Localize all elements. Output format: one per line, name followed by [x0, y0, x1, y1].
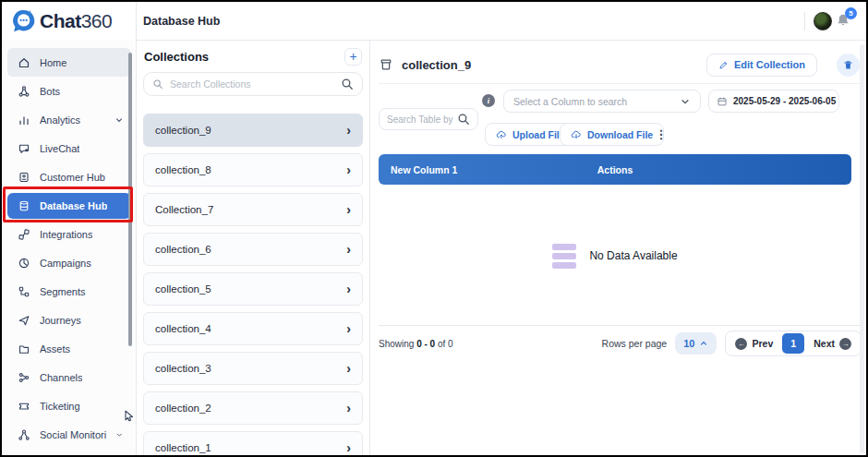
- showing-summary: Showing 0 - 0 of 0: [379, 339, 453, 349]
- sidebar-item-label: Database Hub: [40, 200, 107, 211]
- chevron-right-icon: ›: [346, 283, 351, 295]
- sidebar-item-label: Ticketing: [40, 401, 80, 412]
- journeys-icon: [18, 314, 30, 327]
- sidebar-item-label: Segments: [40, 286, 86, 297]
- chevron-right-icon: ›: [346, 124, 351, 137]
- collection-list-item[interactable]: Collection_7 ›: [143, 193, 363, 226]
- sidebar-item-ticketing[interactable]: Ticketing: [7, 391, 131, 420]
- customer-hub-icon: [18, 171, 30, 184]
- download-file-label: Download File: [587, 129, 653, 140]
- table-search[interactable]: [379, 108, 478, 130]
- more-options-kebab-icon[interactable]: ⋮: [653, 123, 669, 146]
- sidebar-item-label: Bots: [40, 86, 60, 97]
- showing-range: 0 - 0: [416, 339, 435, 349]
- collection-list-item[interactable]: collection_1 ›: [143, 431, 363, 457]
- sidebar-item-label: Journeys: [40, 315, 81, 326]
- empty-state: No Data Available: [379, 223, 851, 288]
- sidebar-item-home[interactable]: Home: [7, 48, 131, 77]
- collection-list-item[interactable]: collection_8 ›: [143, 153, 363, 186]
- notification-badge[interactable]: 5: [845, 7, 857, 19]
- chevron-right-icon: ›: [346, 441, 351, 454]
- home-icon: [18, 56, 30, 69]
- search-icon[interactable]: [457, 113, 470, 126]
- column-search-select[interactable]: Select a Column to search: [503, 90, 701, 113]
- chevron-down-icon: [115, 430, 124, 439]
- pager: ← Prev 1 Next →: [725, 331, 862, 356]
- collection-title: collection_9: [402, 58, 471, 72]
- date-range-picker[interactable]: 2025-05-29 - 2025-06-05: [708, 90, 839, 113]
- chevron-right-icon: ›: [346, 402, 351, 415]
- rows-per-page-value: 10: [683, 338, 694, 349]
- sidebar-item-label: Social Monitoring: [40, 429, 106, 440]
- page-title: Database Hub: [143, 15, 220, 28]
- search-icon[interactable]: [341, 78, 354, 90]
- sidebar-item-integrations[interactable]: Integrations: [7, 220, 131, 248]
- sidebar-item-label: Assets: [40, 343, 70, 355]
- collections-search-input[interactable]: [170, 78, 334, 90]
- prev-page-button[interactable]: ← Prev: [726, 331, 782, 355]
- collection-name: collection_4: [155, 323, 211, 334]
- upload-file-label: Upload File: [512, 129, 565, 140]
- sidebar-scrollbar[interactable]: [128, 53, 132, 346]
- add-collection-button[interactable]: +: [344, 48, 362, 66]
- next-page-button[interactable]: Next →: [804, 331, 861, 355]
- chevron-right-icon: ›: [346, 163, 351, 176]
- collections-search[interactable]: [143, 72, 363, 96]
- edit-collection-button[interactable]: Edit Collection: [706, 54, 817, 77]
- sidebar-item-label: LiveChat: [40, 143, 79, 154]
- sidebar-item-campaigns[interactable]: Campaigns: [7, 248, 131, 277]
- rows-per-page-select[interactable]: 10: [675, 332, 717, 355]
- table-header: New Column 1 Actions: [379, 154, 851, 185]
- campaigns-icon: [18, 257, 30, 270]
- cloud-upload-icon: [496, 129, 507, 140]
- collection-list-item[interactable]: collection_3 ›: [143, 352, 363, 385]
- empty-rows-icon: [552, 244, 576, 269]
- user-avatar[interactable]: [814, 12, 832, 30]
- collection-name: collection_3: [155, 363, 211, 374]
- sidebar-item-channels[interactable]: Channels: [7, 363, 131, 391]
- brand-logo[interactable]: Chat360: [11, 8, 112, 34]
- sidebar-item-analytics[interactable]: Analytics: [7, 105, 131, 134]
- search-icon: [152, 78, 163, 90]
- collection-list-item[interactable]: collection_4 ›: [143, 312, 363, 345]
- sidebar-item-label: Home: [40, 57, 66, 68]
- delete-collection-button[interactable]: [837, 54, 860, 77]
- sidebar-item-database-hub[interactable]: Database Hub: [7, 193, 131, 219]
- sidebar-item-assets[interactable]: Assets: [7, 334, 131, 363]
- sidebar-item-segments[interactable]: Segments: [7, 277, 131, 306]
- sidebar-item-bots[interactable]: Bots: [7, 77, 131, 105]
- ticketing-icon: [18, 400, 30, 413]
- topbar: Chat360 Database Hub 5: [2, 2, 866, 41]
- collection-list-item[interactable]: collection_6 ›: [143, 233, 363, 266]
- table-column-header: Actions: [379, 164, 851, 175]
- page-scrollbar[interactable]: [860, 44, 864, 453]
- chevron-right-icon: ›: [346, 322, 351, 335]
- integrations-icon: [18, 228, 30, 241]
- sidebar-item-customer-hub[interactable]: Customer Hub: [7, 162, 131, 191]
- collection-list-item[interactable]: collection_9 ›: [143, 114, 363, 147]
- topbar-divider: [804, 12, 805, 30]
- brand-name: Chat360: [40, 10, 112, 32]
- trash-icon: [842, 59, 854, 71]
- chevron-right-icon: ›: [346, 362, 351, 375]
- chat360-bubble-icon: [11, 8, 37, 34]
- section-divider: [379, 83, 860, 84]
- edit-collection-label: Edit Collection: [734, 59, 805, 70]
- sidebar-item-label: Integrations: [40, 229, 92, 240]
- sidebar-item-social-monitoring[interactable]: Social Monitoring: [7, 420, 131, 449]
- cursor-icon: [123, 410, 135, 423]
- current-page-button[interactable]: 1: [782, 333, 804, 354]
- livechat-icon: [18, 142, 30, 155]
- table-search-input[interactable]: [387, 114, 453, 125]
- showing-prefix: Showing: [379, 339, 414, 349]
- collection-list-item[interactable]: collection_5 ›: [143, 272, 363, 306]
- sidebar-item-livechat[interactable]: LiveChat: [7, 134, 131, 162]
- sidebar-item-journeys[interactable]: Journeys: [7, 306, 131, 334]
- collection-list-item[interactable]: collection_2 ›: [143, 391, 363, 425]
- collection-name: collection_8: [155, 164, 211, 175]
- info-icon[interactable]: i: [482, 94, 495, 107]
- sidebar-item-label: Analytics: [40, 114, 80, 126]
- segments-icon: [18, 285, 30, 298]
- sidebar-item-label: Customer Hub: [40, 172, 105, 183]
- download-file-button[interactable]: Download File: [560, 123, 664, 146]
